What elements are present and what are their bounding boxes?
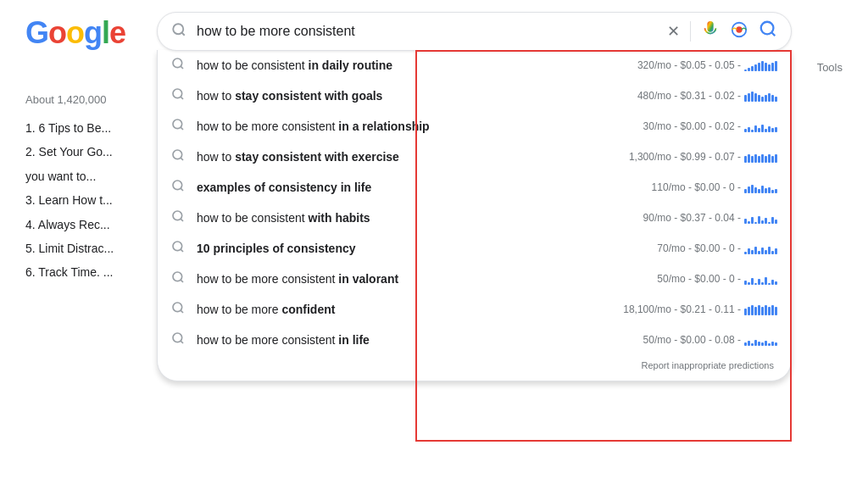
mini-bar-chart [744, 303, 777, 315]
autocomplete-text: examples of consistency in life [197, 181, 645, 194]
search-icon [171, 22, 186, 42]
svg-point-26 [173, 333, 182, 342]
tools-button[interactable]: Tools [817, 61, 843, 74]
svg-line-19 [181, 219, 183, 221]
list-item: 2. Set Your Go... [25, 142, 157, 161]
autocomplete-meta: 110/mo - $0.00 - 0 - [652, 181, 741, 193]
svg-line-1 [181, 32, 184, 35]
search-icon [171, 118, 185, 135]
autocomplete-text: how to stay consistent with goals [197, 89, 631, 103]
autocomplete-meta: 320/mo - $0.05 - 0.05 - [637, 59, 741, 71]
autocomplete-item[interactable]: how to be more consistent in valorant50/… [158, 264, 791, 294]
svg-line-11 [181, 97, 183, 99]
autocomplete-item[interactable]: how to be consistent with habits90/mo - … [158, 203, 791, 233]
mini-bar-chart [744, 59, 777, 71]
autocomplete-text: how to stay consistent with exercise [197, 150, 622, 164]
svg-point-8 [173, 58, 182, 68]
svg-line-21 [181, 249, 183, 252]
svg-line-9 [181, 66, 183, 69]
autocomplete-text: how to be more consistent in valorant [197, 272, 650, 286]
autocomplete-meta: 50/mo - $0.00 - 0.08 - [643, 334, 741, 346]
search-icon [171, 148, 185, 165]
autocomplete-text: how to be consistent with habits [197, 211, 637, 225]
svg-point-16 [173, 181, 182, 190]
autocomplete-item[interactable]: how to be more consistent in a relations… [158, 111, 791, 142]
autocomplete-meta: 50/mo - $0.00 - 0 - [657, 273, 741, 285]
result-count: About 1,420,000 [25, 93, 106, 106]
autocomplete-meta: 70/mo - $0.00 - 0 - [657, 242, 741, 254]
svg-line-17 [181, 188, 183, 191]
list-item: 1. 6 Tips to Be... [25, 119, 157, 137]
svg-point-12 [173, 120, 182, 129]
divider [690, 21, 691, 42]
svg-point-6 [761, 22, 774, 35]
search-bar[interactable]: ✕ [157, 12, 792, 51]
autocomplete-meta: 1,300/mo - $0.99 - 0.07 - [629, 151, 741, 163]
search-icon [171, 57, 185, 74]
search-input[interactable] [197, 24, 667, 39]
list-item: you want to... [25, 167, 157, 186]
search-icon [171, 240, 185, 257]
svg-point-5 [736, 26, 742, 32]
autocomplete-text: how to be more consistent in a relations… [197, 120, 637, 133]
svg-line-25 [181, 310, 183, 313]
autocomplete-meta: 90/mo - $0.37 - 0.04 - [643, 212, 741, 224]
svg-point-0 [173, 24, 183, 34]
google-logo: Google [25, 15, 125, 51]
mini-bar-chart [744, 120, 777, 132]
autocomplete-item[interactable]: how to be more consistent in life50/mo -… [158, 325, 791, 355]
autocomplete-item[interactable]: how to stay consistent with exercise1,30… [158, 142, 791, 172]
svg-point-14 [173, 150, 182, 159]
autocomplete-item[interactable]: examples of consistency in life110/mo - … [158, 172, 791, 203]
list-item: 4. Always Rec... [25, 215, 157, 234]
search-icon [171, 301, 185, 318]
svg-point-22 [173, 272, 182, 281]
svg-point-18 [173, 211, 182, 220]
search-button-icon[interactable] [759, 19, 777, 43]
search-icon [171, 331, 185, 348]
autocomplete-item[interactable]: how to stay consistent with goals480/mo … [158, 81, 791, 111]
autocomplete-text: 10 principles of consistency [197, 242, 650, 255]
svg-point-10 [173, 89, 182, 98]
svg-line-13 [181, 127, 183, 130]
search-icon [171, 87, 185, 104]
autocomplete-item[interactable]: how to be consistent in daily routine320… [158, 50, 791, 81]
svg-line-15 [181, 158, 183, 160]
report-link[interactable]: Report inappropriate predictions [158, 355, 791, 374]
autocomplete-item[interactable]: how to be more confident18,100/mo - $0.2… [158, 294, 791, 325]
mini-bar-chart [744, 151, 777, 163]
autocomplete-text: how to be more consistent in life [197, 333, 637, 347]
autocomplete-dropdown: how to be consistent in daily routine320… [157, 50, 792, 381]
mini-bar-chart [744, 90, 777, 102]
autocomplete-text: how to be consistent in daily routine [197, 58, 631, 72]
list-item: 3. Learn How t... [25, 191, 157, 209]
mini-bar-chart [744, 212, 777, 224]
svg-line-27 [181, 341, 183, 343]
list-item: 5. Limit Distrac... [25, 239, 157, 258]
left-results: 1. 6 Tips to Be...2. Set Your Go... you … [25, 119, 157, 287]
autocomplete-item[interactable]: 10 principles of consistency70/mo - $0.0… [158, 233, 791, 264]
search-icon [171, 270, 185, 287]
autocomplete-meta: 18,100/mo - $0.21 - 0.11 - [623, 303, 741, 315]
svg-line-7 [771, 32, 775, 36]
svg-line-23 [181, 280, 183, 282]
list-item: 6. Track Time. ... [25, 263, 157, 281]
svg-point-20 [173, 242, 182, 251]
mini-bar-chart [744, 273, 777, 285]
mini-bar-chart [744, 242, 777, 254]
autocomplete-meta: 480/mo - $0.31 - 0.02 - [637, 90, 741, 102]
search-icon [171, 179, 185, 196]
microphone-icon[interactable] [701, 20, 720, 43]
google-lens-icon[interactable] [730, 20, 748, 43]
autocomplete-text: how to be more confident [197, 303, 616, 316]
mini-bar-chart [744, 181, 777, 193]
svg-point-24 [173, 303, 182, 312]
autocomplete-meta: 30/mo - $0.00 - 0.02 - [643, 120, 741, 132]
clear-icon[interactable]: ✕ [667, 22, 680, 41]
mini-bar-chart [744, 334, 777, 346]
search-icon [171, 209, 185, 226]
